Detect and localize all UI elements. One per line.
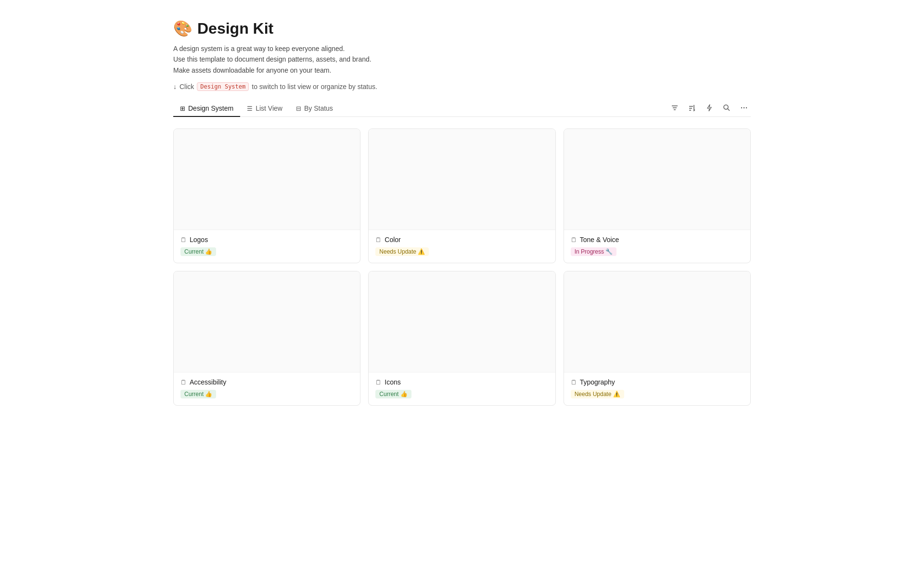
list-view-tab-icon: ☰ <box>247 105 253 112</box>
card-icons-title: Icons <box>385 378 400 386</box>
sort-icon <box>688 104 696 112</box>
cards-grid: 🗒 Logos Current 👍 🗒 Color Needs Update ⚠… <box>173 128 751 406</box>
toolbar-right <box>668 102 751 115</box>
card-color-icon: 🗒 <box>375 236 382 244</box>
search-button[interactable] <box>720 102 733 114</box>
card-logos-preview <box>174 129 360 230</box>
card-logos-status: Current 👍 <box>180 247 216 256</box>
design-system-tag[interactable]: Design System <box>197 82 249 91</box>
sort-button[interactable] <box>685 102 699 114</box>
instruction-post: to switch to list view or organize by st… <box>252 83 377 90</box>
description-line-3: Make assets downloadable for anyone on y… <box>173 65 751 76</box>
card-icons-preview <box>369 271 555 372</box>
card-tone-voice-preview <box>564 129 750 230</box>
card-tone-voice[interactable]: 🗒 Tone & Voice In Progress 🔧 <box>564 128 751 263</box>
by-status-tab-icon: ⊟ <box>296 105 301 112</box>
card-accessibility[interactable]: 🗒 Accessibility Current 👍 <box>173 271 360 406</box>
title-row: 🎨 Design Kit <box>173 19 751 38</box>
svg-line-8 <box>728 109 730 111</box>
card-accessibility-icon: 🗒 <box>180 379 187 386</box>
description-block: A design system is a great way to keep e… <box>173 43 751 76</box>
svg-point-10 <box>744 107 744 108</box>
tab-by-status[interactable]: ⊟ By Status <box>289 101 340 117</box>
card-typography-title: Typography <box>580 378 615 386</box>
tab-design-system-label: Design System <box>188 104 233 112</box>
page-container: 🎨 Design Kit A design system is a great … <box>144 0 780 435</box>
svg-marker-6 <box>707 104 711 111</box>
card-typography[interactable]: 🗒 Typography Needs Update ⚠️ <box>564 271 751 406</box>
tab-by-status-label: By Status <box>304 104 333 112</box>
card-typography-footer: 🗒 Typography Needs Update ⚠️ <box>564 372 750 405</box>
card-color[interactable]: 🗒 Color Needs Update ⚠️ <box>368 128 555 263</box>
title-emoji: 🎨 <box>173 19 192 38</box>
tabs-left: ⊞ Design System ☰ List View ⊟ By Status <box>173 101 668 116</box>
description-line-2: Use this template to document design pat… <box>173 54 751 64</box>
tab-design-system[interactable]: ⊞ Design System <box>173 101 240 117</box>
design-system-tab-icon: ⊞ <box>180 105 185 112</box>
card-icons-footer: 🗒 Icons Current 👍 <box>369 372 555 405</box>
svg-point-9 <box>741 107 742 108</box>
card-icons-status: Current 👍 <box>375 390 411 398</box>
svg-point-11 <box>746 107 747 108</box>
card-tone-voice-status: In Progress 🔧 <box>571 247 617 256</box>
filter-icon <box>671 104 679 112</box>
tab-list-view-label: List View <box>256 104 282 112</box>
card-icons[interactable]: 🗒 Icons Current 👍 <box>368 271 555 406</box>
more-icon <box>740 104 748 112</box>
card-color-status: Needs Update ⚠️ <box>375 247 429 256</box>
description-line-1: A design system is a great way to keep e… <box>173 43 751 54</box>
card-accessibility-title-row: 🗒 Accessibility <box>180 378 353 386</box>
card-accessibility-title: Accessibility <box>190 378 226 386</box>
lightning-button[interactable] <box>703 102 716 114</box>
lightning-icon <box>706 104 713 112</box>
page-header: 🎨 Design Kit A design system is a great … <box>173 19 751 91</box>
card-logos-icon: 🗒 <box>180 236 187 244</box>
card-tone-voice-footer: 🗒 Tone & Voice In Progress 🔧 <box>564 230 750 263</box>
page-title: Design Kit <box>197 20 273 38</box>
instruction-pre: Click <box>180 83 194 90</box>
tab-list-view[interactable]: ☰ List View <box>240 101 289 117</box>
card-logos-title-row: 🗒 Logos <box>180 236 353 244</box>
card-logos-footer: 🗒 Logos Current 👍 <box>174 230 360 263</box>
card-color-title: Color <box>385 236 400 244</box>
card-icons-icon: 🗒 <box>375 379 382 386</box>
card-tone-voice-title: Tone & Voice <box>580 236 619 244</box>
card-accessibility-preview <box>174 271 360 372</box>
card-logos[interactable]: 🗒 Logos Current 👍 <box>173 128 360 263</box>
card-typography-preview <box>564 271 750 372</box>
filter-button[interactable] <box>668 102 681 114</box>
card-typography-status: Needs Update ⚠️ <box>571 390 624 398</box>
card-accessibility-status: Current 👍 <box>180 390 216 398</box>
card-color-title-row: 🗒 Color <box>375 236 548 244</box>
instruction-row: ↓ Click Design System to switch to list … <box>173 82 751 91</box>
card-color-preview <box>369 129 555 230</box>
card-typography-title-row: 🗒 Typography <box>571 378 744 386</box>
instruction-arrow: ↓ <box>173 83 177 90</box>
card-icons-title-row: 🗒 Icons <box>375 378 548 386</box>
card-logos-title: Logos <box>190 236 208 244</box>
card-tone-voice-title-row: 🗒 Tone & Voice <box>571 236 744 244</box>
search-icon <box>723 104 731 112</box>
more-button[interactable] <box>737 102 751 114</box>
card-accessibility-footer: 🗒 Accessibility Current 👍 <box>174 372 360 405</box>
svg-point-7 <box>724 105 728 109</box>
card-typography-icon: 🗒 <box>571 379 577 386</box>
card-tone-voice-icon: 🗒 <box>571 236 577 244</box>
tabs-bar: ⊞ Design System ☰ List View ⊟ By Status <box>173 101 751 117</box>
card-color-footer: 🗒 Color Needs Update ⚠️ <box>369 230 555 263</box>
